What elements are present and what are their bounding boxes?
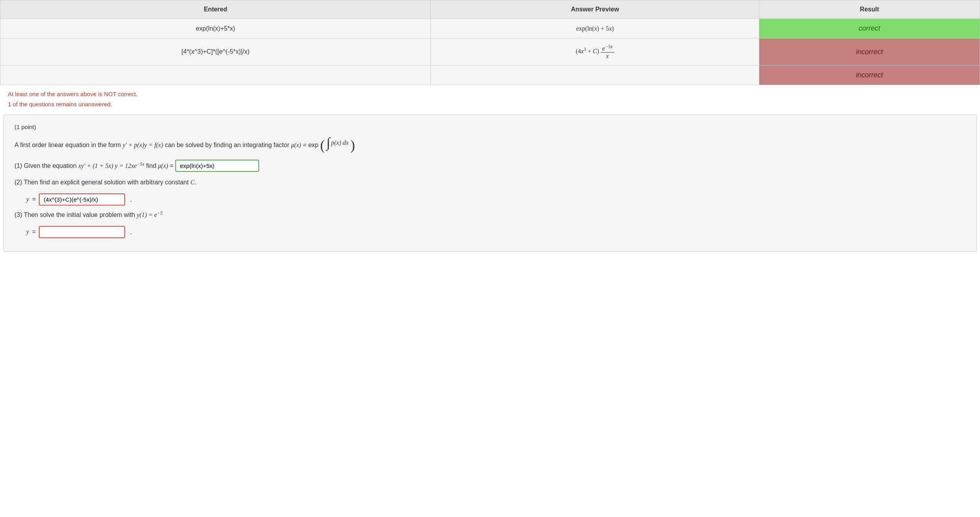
question-part-2: (2) Then find an explicit general soluti… (15, 177, 965, 188)
integral-body: p(x) dx (331, 137, 349, 148)
entered-cell-3 (0, 66, 431, 85)
question-description: A first order linear equation in the for… (15, 136, 965, 152)
table-row: [4*(x^3)+C]*([e^(-5*x)]/x) (4x3 + C) e−5… (0, 38, 980, 66)
desc-text: A first order linear equation in the for… (15, 142, 320, 148)
part1-text2: find μ(x) = (146, 162, 175, 169)
entered-cell-1: exp(ln(x)+5*x) (0, 19, 431, 38)
close-paren: ) (350, 138, 355, 153)
y-label-2: y (26, 196, 29, 203)
results-table: Entered Answer Preview Result exp(ln(x)+… (0, 0, 980, 85)
preview-math-1: exp(ln(x) + 5x) (576, 25, 614, 32)
integral-sign: ∫ (327, 136, 330, 149)
part1-label: (1) Given the equation (15, 162, 78, 169)
y-input-3[interactable] (39, 226, 125, 238)
col-header-result: Result (759, 0, 980, 19)
part2-label: (2) Then find an explicit general soluti… (15, 179, 196, 186)
open-paren: ( (320, 138, 325, 153)
table-row: exp(ln(x)+5*x) exp(ln(x) + 5x) correct (0, 19, 980, 38)
equals-2: = (32, 196, 36, 203)
question-part-1: (1) Given the equation xy′ + (1 + 5x) y … (15, 160, 965, 172)
table-row: incorrect (0, 66, 980, 85)
result-cell-3: incorrect (759, 66, 980, 85)
period-3: . (130, 228, 132, 236)
preview-cell-3 (431, 66, 759, 85)
equals-3: = (32, 228, 36, 235)
part3-answer-row: y = . (15, 226, 965, 238)
warnings-area: At least one of the answers above is NOT… (0, 85, 980, 115)
result-cell-1: correct (759, 19, 980, 38)
part1-equation: xy′ + (1 + 5x) y = 12xe−5x (78, 162, 145, 169)
period-2: . (130, 195, 132, 204)
preview-cell-2: (4x3 + C) e−5x x (431, 38, 759, 66)
entered-cell-2: [4*(x^3)+C]*([e^(-5*x)]/x) (0, 38, 431, 66)
warning-2: 1 of the questions remains unanswered. (8, 99, 972, 109)
part3-label: (3) Then solve the initial value problem… (15, 211, 163, 218)
y-input-2[interactable] (39, 193, 125, 206)
col-header-entered: Entered (0, 0, 431, 19)
integral-expr: ∫ p(x) dx (327, 136, 349, 149)
part2-answer-row: y = . (15, 193, 965, 206)
y-label-3: y (26, 228, 29, 235)
col-header-preview: Answer Preview (431, 0, 759, 19)
question-points: (1 point) (15, 124, 965, 130)
question-box: (1 point) A first order linear equation … (3, 115, 977, 251)
preview-math-2: (4x3 + C) e−5x x (576, 48, 614, 55)
preview-cell-1: exp(ln(x) + 5x) (431, 19, 759, 38)
result-cell-2: incorrect (759, 38, 980, 66)
warning-1: At least one of the answers above is NOT… (8, 89, 972, 99)
question-part-3: (3) Then solve the initial value problem… (15, 209, 965, 221)
mu-input[interactable] (175, 160, 259, 172)
